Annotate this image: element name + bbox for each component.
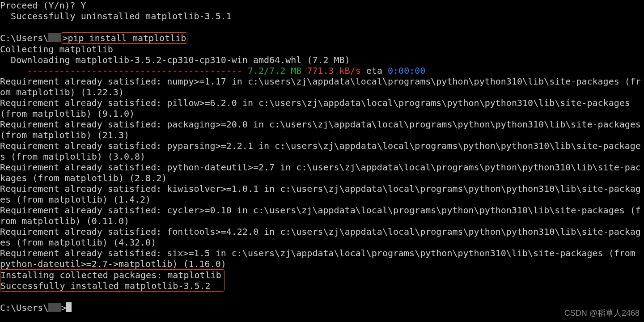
watermark: CSDN @稻草人2468 [564,308,640,318]
cursor-icon [66,302,72,312]
terminal-output[interactable]: Proceed (Y/n)? Y Successfully uninstalle… [0,0,644,313]
req-pyparsing: Requirement already satisfied: pyparsing… [0,140,641,162]
install-cmd: pip install matplotlib [68,33,186,43]
prompt-prefix: C:\Users\ [0,33,48,43]
progress-speed: 771.3 kB/s [307,65,360,76]
req-numpy: Requirement already satisfied: numpy>=1.… [0,76,641,97]
progress-bar: ---------------------------------------- [0,65,248,76]
masked-user-2 [48,303,61,312]
prompt-gt-2: > [61,302,66,313]
req-dateutil: Requirement already satisfied: python-da… [0,162,641,183]
highlight-install-cmd: >pip install matplotlib [61,32,187,44]
line-uninstalled: Successfully uninstalled matplotlib-3.5.… [0,11,232,21]
line-proceed: Proceed (Y/n)? Y [0,0,86,11]
req-pillow: Requirement already satisfied: pillow>=6… [0,97,636,119]
req-fonttools: Requirement already satisfied: fonttools… [0,226,641,248]
line-blank2 [0,292,5,302]
line-blank [0,21,5,32]
prompt-prefix-2: C:\Users\ [0,302,48,313]
eta-time: 0:00:00 [388,65,425,76]
req-packaging: Requirement already satisfied: packaging… [0,119,644,140]
req-cycler: Requirement already satisfied: cycler>=0… [0,205,641,226]
line-success: Successfully installed matplotlib-3.5.2 [0,280,211,291]
prompt-gt: > [62,33,68,43]
line-downloading: Downloading matplotlib-3.5.2-cp310-cp310… [0,55,350,65]
progress-size: 7.2/7.2 MB [248,65,301,76]
req-six: Requirement already satisfied: six>=1.5 … [0,248,641,269]
req-kiwi: Requirement already satisfied: kiwisolve… [0,183,641,205]
line-installing: Installing collected packages: matplotli… [0,270,221,280]
highlight-install-result: Installing collected packages: matplotli… [0,269,225,292]
eta-label: eta [366,65,382,76]
line-collecting: Collecting matplotlib [0,44,113,55]
masked-user [48,33,61,42]
